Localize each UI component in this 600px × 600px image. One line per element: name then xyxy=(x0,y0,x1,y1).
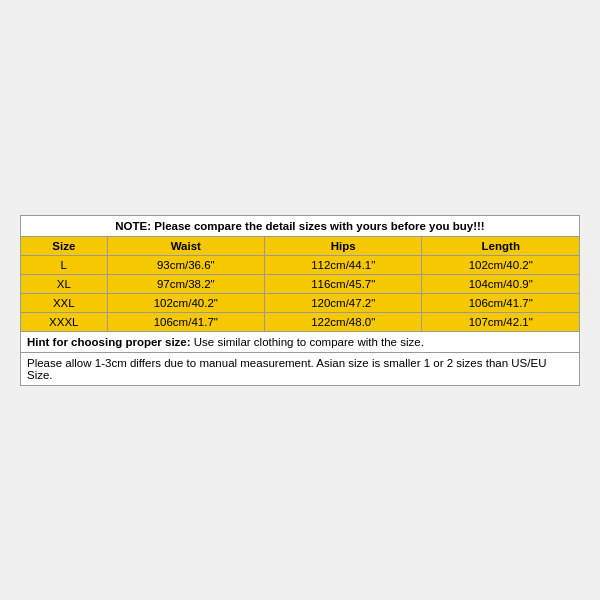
table-cell-r2-c2: 120cm/47.2" xyxy=(265,293,422,312)
col-header-hips: Hips xyxy=(265,236,422,255)
table-cell-r2-c0: XXL xyxy=(21,293,108,312)
table-row: XL97cm/38.2"116cm/45.7"104cm/40.9" xyxy=(21,274,580,293)
table-row: XXXL106cm/41.7"122cm/48.0"107cm/42.1" xyxy=(21,312,580,331)
col-header-size: Size xyxy=(21,236,108,255)
table-cell-r0-c0: L xyxy=(21,255,108,274)
please-text: Please allow 1-3cm differs due to manual… xyxy=(27,357,546,381)
table-cell-r1-c3: 104cm/40.9" xyxy=(422,274,580,293)
table-cell-r3-c1: 106cm/41.7" xyxy=(107,312,264,331)
table-cell-r3-c0: XXXL xyxy=(21,312,108,331)
table-cell-r1-c0: XL xyxy=(21,274,108,293)
size-table: Size Waist Hips Length L93cm/36.6"112cm/… xyxy=(20,236,580,332)
hint-row: Hint for choosing proper size: Use simil… xyxy=(20,332,580,353)
table-cell-r0-c3: 102cm/40.2" xyxy=(422,255,580,274)
note-text: NOTE: Please compare the detail sizes wi… xyxy=(115,220,484,232)
please-row: Please allow 1-3cm differs due to manual… xyxy=(20,353,580,386)
table-cell-r2-c3: 106cm/41.7" xyxy=(422,293,580,312)
table-row: XXL102cm/40.2"120cm/47.2"106cm/41.7" xyxy=(21,293,580,312)
table-cell-r0-c1: 93cm/36.6" xyxy=(107,255,264,274)
table-cell-r3-c3: 107cm/42.1" xyxy=(422,312,580,331)
hint-label: Hint for choosing proper size: xyxy=(27,336,191,348)
size-chart-container: NOTE: Please compare the detail sizes wi… xyxy=(20,215,580,386)
table-cell-r1-c1: 97cm/38.2" xyxy=(107,274,264,293)
note-row: NOTE: Please compare the detail sizes wi… xyxy=(20,215,580,236)
table-header-row: Size Waist Hips Length xyxy=(21,236,580,255)
col-header-length: Length xyxy=(422,236,580,255)
table-cell-r1-c2: 116cm/45.7" xyxy=(265,274,422,293)
table-row: L93cm/36.6"112cm/44.1"102cm/40.2" xyxy=(21,255,580,274)
table-cell-r0-c2: 112cm/44.1" xyxy=(265,255,422,274)
hint-text: Use similar clothing to compare with the… xyxy=(194,336,424,348)
table-cell-r2-c1: 102cm/40.2" xyxy=(107,293,264,312)
col-header-waist: Waist xyxy=(107,236,264,255)
table-cell-r3-c2: 122cm/48.0" xyxy=(265,312,422,331)
